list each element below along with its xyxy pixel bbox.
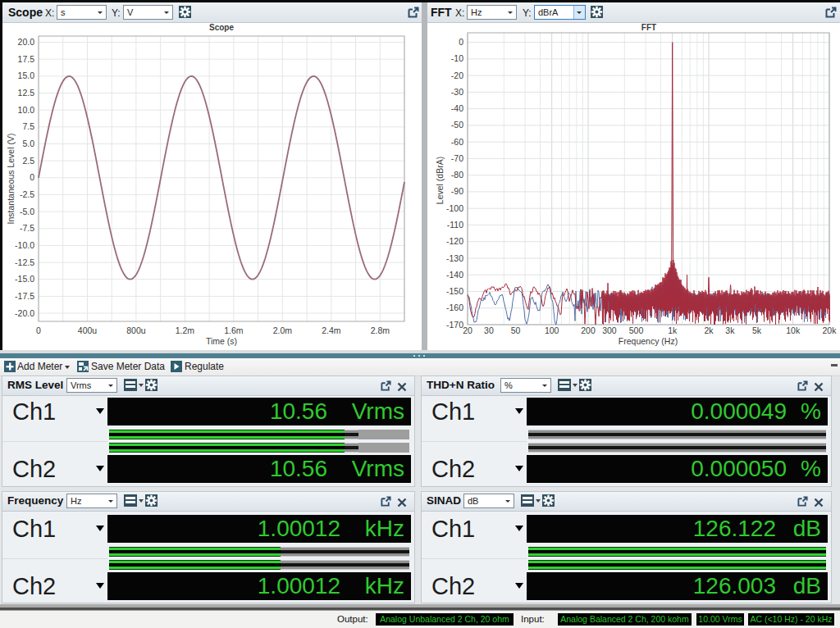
- svg-text:3k: 3k: [725, 325, 735, 335]
- svg-text:-170: -170: [446, 320, 463, 330]
- svg-text:-140: -140: [446, 270, 463, 280]
- svg-text:1.6m: 1.6m: [224, 325, 244, 335]
- svg-text:30: 30: [484, 325, 494, 335]
- svg-text:20: 20: [463, 325, 472, 335]
- svg-text:20.0: 20.0: [18, 37, 35, 47]
- svg-text:17.5: 17.5: [18, 54, 35, 64]
- svg-text:-120: -120: [446, 236, 463, 246]
- svg-text:12.5: 12.5: [18, 88, 35, 98]
- svg-text:Scope: Scope: [209, 23, 234, 32]
- svg-text:-110: -110: [447, 220, 463, 230]
- svg-text:-160: -160: [446, 303, 463, 312]
- svg-text:-10: -10: [451, 53, 463, 63]
- svg-text:-70: -70: [451, 153, 463, 163]
- svg-text:300: 300: [602, 325, 617, 335]
- svg-text:800u: 800u: [126, 325, 146, 335]
- svg-text:-15.0: -15.0: [15, 274, 34, 284]
- svg-text:Time (s): Time (s): [206, 336, 237, 346]
- svg-text:2.8m: 2.8m: [371, 325, 390, 335]
- svg-text:-17.5: -17.5: [15, 291, 34, 301]
- svg-text:FFT: FFT: [641, 23, 656, 32]
- svg-text:-100: -100: [446, 203, 463, 213]
- svg-text:2.0m: 2.0m: [273, 325, 293, 335]
- svg-text:7.5: 7.5: [22, 121, 34, 131]
- svg-text:Level (dBrA): Level (dBrA): [435, 157, 445, 204]
- svg-text:10.0: 10.0: [18, 105, 35, 115]
- svg-text:2k: 2k: [704, 325, 714, 335]
- svg-text:-20: -20: [451, 71, 463, 80]
- svg-text:1k: 1k: [668, 325, 678, 335]
- svg-text:-5.0: -5.0: [20, 207, 34, 216]
- svg-text:-50: -50: [451, 120, 463, 130]
- svg-text:-60: -60: [451, 137, 463, 147]
- svg-text:100: 100: [545, 325, 559, 335]
- svg-text:500: 500: [629, 325, 644, 335]
- svg-text:5.0: 5.0: [22, 139, 34, 148]
- svg-text:-150: -150: [446, 286, 463, 296]
- svg-text:-40: -40: [451, 103, 463, 113]
- svg-text:-20.0: -20.0: [15, 308, 34, 318]
- svg-text:15.0: 15.0: [18, 71, 35, 80]
- svg-text:400u: 400u: [78, 325, 98, 335]
- svg-text:-130: -130: [446, 253, 463, 263]
- svg-text:-2.5: -2.5: [20, 189, 34, 199]
- svg-text:2.5: 2.5: [22, 156, 34, 166]
- svg-text:-7.5: -7.5: [20, 223, 34, 233]
- svg-text:0: 0: [30, 172, 34, 182]
- svg-text:0: 0: [36, 325, 41, 335]
- svg-text:Frequency (Hz): Frequency (Hz): [619, 336, 678, 346]
- svg-text:10k: 10k: [786, 325, 801, 335]
- svg-text:-12.5: -12.5: [15, 257, 34, 267]
- svg-text:-90: -90: [451, 186, 463, 196]
- svg-text:-30: -30: [451, 87, 463, 97]
- svg-text:50: 50: [511, 325, 521, 335]
- svg-text:1.2m: 1.2m: [176, 325, 195, 335]
- svg-text:200: 200: [581, 325, 596, 335]
- svg-text:-10.0: -10.0: [15, 240, 34, 250]
- svg-text:5k: 5k: [752, 325, 762, 335]
- svg-text:2.4m: 2.4m: [322, 325, 341, 335]
- svg-text:-80: -80: [451, 170, 463, 180]
- svg-text:0: 0: [459, 37, 463, 47]
- svg-text:Instantaneous Level (V): Instantaneous Level (V): [6, 134, 16, 225]
- svg-text:20k: 20k: [823, 325, 838, 335]
